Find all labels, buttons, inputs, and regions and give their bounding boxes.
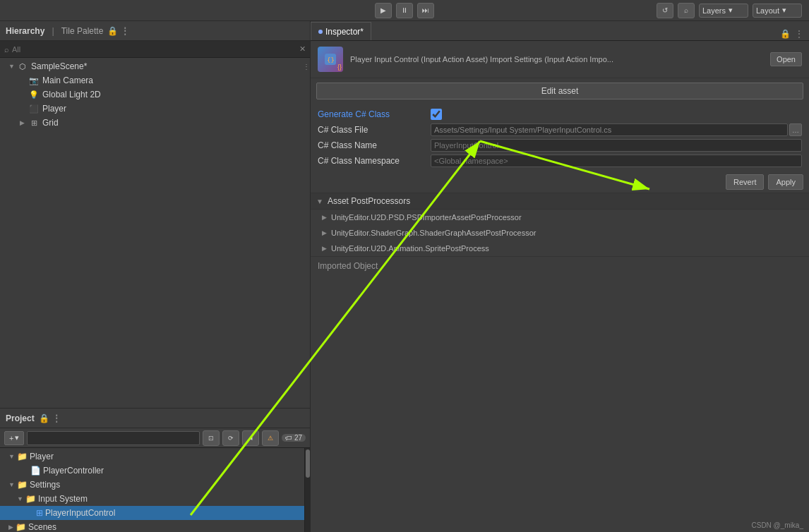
project-item-player-input-control[interactable]: ⊞ PlayerInputControl [0,506,304,520]
more-icon-samplescene[interactable]: ⋮ [303,63,310,71]
class-file-browse-button[interactable]: … [789,123,802,136]
project-title: Project [6,413,35,423]
project-filter-btn[interactable]: ⊡ [203,430,220,446]
toolbar-right: ↺ ⌕ Layers ▾ Layout ▾ [657,3,802,18]
top-toolbar: ▶ ⏸ ⏭ ↺ ⌕ Layers ▾ Layout ▾ [0,0,809,21]
class-name-input[interactable] [431,139,802,152]
pp-label-0: UnityEditor.U2D.PSD.PSDImporterAssetPost… [331,213,522,222]
tree-item-grid[interactable]: ▶ ⊞ Grid [0,116,310,130]
more-icon-inspector[interactable]: ⋮ [795,29,803,39]
generate-class-row: Generate C# Class [311,107,809,122]
layout-dropdown[interactable]: Layout ▾ [753,4,802,18]
player-folder-label: Player [30,452,54,461]
postprocessors-arrow-icon: ▼ [316,198,323,205]
edit-asset-label: Edit asset [541,86,579,96]
tile-palette-tab[interactable]: Tile Palette [61,26,104,36]
asset-title: Player Input Control (Input Action Asset… [350,55,763,64]
scenes-folder-icon: 📁 [16,522,26,532]
more-icon-project[interactable]: ⋮ [52,413,61,423]
step-button[interactable]: ⏭ [417,3,434,18]
layers-label: Layers [702,6,726,15]
pp-arrow-2: ▶ [322,245,327,252]
layers-dropdown[interactable]: Layers ▾ [699,4,748,18]
left-panel: Hierarchy | Tile Palette 🔒 ⋮ ⌕ ✕ ▼ ⬡ [0,21,311,532]
layout-chevron-icon: ▾ [782,6,786,15]
class-file-input[interactable] [431,123,788,136]
tree-item-global-light[interactable]: 💡 Global Light 2D [0,87,310,102]
tab-icons: 🔒 ⋮ [780,29,809,40]
play-button[interactable]: ▶ [375,3,392,18]
hierarchy-tree: ▼ ⬡ SampleScene* ⋮ 📷 Main Camera 💡 [0,58,310,408]
light-icon: 💡 [28,89,40,100]
class-namespace-row: C# Class Namespace [311,153,809,169]
asset-postprocessors-header[interactable]: ▼ Asset PostProcessors [311,193,809,210]
project-warning-btn[interactable]: ⚠ [262,430,279,446]
project-panel: Project 🔒 ⋮ + ▾ ⊡ ⟳ ◂ ⚠ 🏷 27 [0,409,310,532]
search-button[interactable]: ⌕ [678,3,695,18]
project-item-player-controller[interactable]: 📄 PlayerController [0,464,304,478]
input-system-arrow: ▼ [17,495,23,502]
inspector-content: {} Player Input Control (Input Action As… [311,41,809,532]
post-processor-1: ▶ UnityEditor.ShaderGraph.ShaderGraphAss… [311,225,809,241]
revert-button[interactable]: Revert [726,174,764,190]
project-item-input-system[interactable]: ▼ 📁 Input System [0,492,304,506]
generate-class-label[interactable]: Generate C# Class [318,109,431,119]
open-button[interactable]: Open [770,52,802,66]
player-controller-label: PlayerController [43,466,104,476]
samplescene-label: SampleScene* [31,61,87,71]
add-button[interactable]: + ▾ [4,431,24,445]
project-item-player[interactable]: ▼ 📁 Player [0,449,304,464]
tree-item-main-camera[interactable]: 📷 Main Camera [0,73,310,87]
undo-button[interactable]: ↺ [657,3,673,18]
tree-item-samplescene[interactable]: ▼ ⬡ SampleScene* ⋮ [0,59,310,73]
class-name-row: C# Class Name [311,138,809,153]
inspector-tab[interactable]: Inspector* [311,22,371,40]
project-toolbar: + ▾ ⊡ ⟳ ◂ ⚠ 🏷 27 [0,428,310,448]
status-text: CSDN @_mika_ [751,521,803,529]
settings-folder-arrow: ▼ [8,481,15,488]
hierarchy-search-input[interactable] [12,45,296,54]
add-chevron-icon: ▾ [15,433,19,442]
global-light-label: Global Light 2D [42,90,101,99]
project-sync-btn[interactable]: ⟳ [222,430,239,446]
asset-icon-player-input: ⊞ [36,508,43,518]
class-namespace-input[interactable] [431,155,802,167]
buttons-row: Revert Apply [311,171,809,193]
project-body: ▼ 📁 Player 📄 PlayerController ▼ [0,448,310,532]
edit-asset-button[interactable]: Edit asset [316,83,803,99]
grid-icon: ⊞ [28,117,40,128]
pause-button[interactable]: ⏸ [396,3,413,18]
lock-icon[interactable]: 🔒 [107,26,118,36]
lock-icon-inspector[interactable]: 🔒 [780,29,791,39]
pp-arrow-0: ▶ [322,214,327,221]
project-header: Project 🔒 ⋮ [0,409,310,428]
project-item-settings[interactable]: ▼ 📁 Settings [0,478,304,492]
player-folder-icon: 📁 [17,452,28,461]
more-icon[interactable]: ⋮ [121,26,129,36]
class-file-label: C# Class File [318,125,431,135]
badge-count: 27 [294,434,302,442]
project-scrollbar[interactable] [304,448,310,532]
pp-label-2: UnityEditor.U2D.Animation.SpritePostProc… [331,244,489,253]
search-clear-icon[interactable]: ✕ [299,44,306,54]
generate-class-checkbox[interactable] [431,109,442,120]
camera-icon: 📷 [28,75,40,86]
inspector-tab-bar: Inspector* 🔒 ⋮ [311,21,809,41]
project-back-btn[interactable]: ◂ [242,430,259,446]
badge-icon: 🏷 [285,434,292,442]
tree-item-player[interactable]: ⬛ Player [0,102,310,116]
hierarchy-panel: Hierarchy | Tile Palette 🔒 ⋮ ⌕ ✕ ▼ ⬡ [0,21,310,409]
project-search-input[interactable] [27,431,200,445]
layout-label: Layout [756,6,779,15]
cs-icon-player-controller: 📄 [30,466,41,476]
apply-button[interactable]: Apply [768,174,803,190]
lock-icon-project[interactable]: 🔒 [39,413,49,423]
hierarchy-header: Hierarchy | Tile Palette 🔒 ⋮ [0,21,310,41]
project-item-scenes[interactable]: ▶ 📁 Scenes [0,520,304,532]
imported-object-section: Imported Object [311,256,809,275]
postprocessors-label: Asset PostProcessors [328,196,410,206]
project-header-icons: 🔒 ⋮ [39,413,61,423]
plus-icon: + [9,434,13,442]
hierarchy-search-bar: ⌕ ✕ [0,41,310,58]
layers-chevron-icon: ▾ [729,6,733,15]
